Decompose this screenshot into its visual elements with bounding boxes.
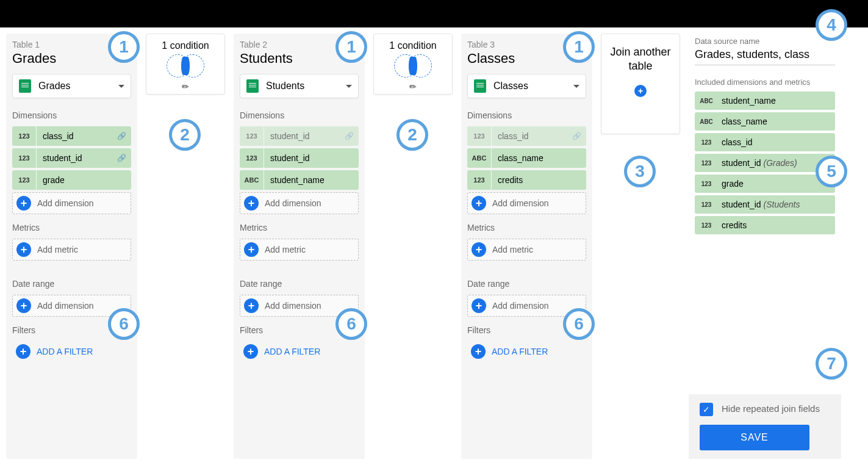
callout-1a: 1 <box>108 31 140 63</box>
dimension-chip[interactable]: 123 class_id 🔗 <box>12 126 131 146</box>
chip-name: student_id <box>264 153 359 163</box>
plus-icon: + <box>472 242 486 257</box>
venn-icon <box>164 54 207 79</box>
type-badge-123: 123 <box>12 170 37 190</box>
chip-name: student_id <box>37 153 117 163</box>
add-filter-label: ADD A FILTER <box>264 347 320 356</box>
hide-repeated-row[interactable]: ✓ Hide repeated join fields <box>700 403 830 416</box>
type-badge-abc: ABC <box>240 170 264 190</box>
add-dim-label: Add dimension <box>492 301 549 311</box>
field-chip[interactable]: 123 student_id (Grades) <box>695 154 835 172</box>
sheets-icon <box>474 79 486 93</box>
join-column-12: 1 condition ✏ 2 <box>146 34 225 459</box>
source-dropdown-1[interactable]: Grades <box>12 74 131 98</box>
sheets-icon <box>19 79 31 93</box>
type-badge-123: 123 <box>240 126 264 146</box>
chip-name: student_id <box>264 131 345 141</box>
join-another-card[interactable]: Join another table + <box>601 34 680 134</box>
table-card-3: 1 Table 3 Classes Classes Dimensions 123… <box>461 34 592 459</box>
dimension-chip[interactable]: 123 student_id 🔗 <box>240 126 359 146</box>
dimension-chip[interactable]: 123 student_id <box>240 148 359 168</box>
dimension-chip[interactable]: 123 student_id 🔗 <box>12 148 131 168</box>
dimension-chip[interactable]: 123 class_id 🔗 <box>467 126 586 146</box>
callout-2a: 2 <box>169 119 201 151</box>
type-badge-123: 123 <box>467 126 492 146</box>
type-badge: 123 <box>695 133 718 151</box>
add-dimension-btn-3[interactable]: + Add dimension <box>467 192 586 214</box>
join-condition-text: 1 condition <box>149 40 221 51</box>
add-metric-btn-2[interactable]: + Add metric <box>240 239 359 261</box>
plus-icon: + <box>16 344 30 359</box>
included-fields-label: Included dimensions and metrics <box>695 78 835 87</box>
plus-icon: + <box>634 85 647 97</box>
blend-config-container: 1 Table 1 Grades Grades Dimensions 123 c… <box>0 27 868 465</box>
field-chip[interactable]: ABC student_name <box>695 92 835 110</box>
field-chip[interactable]: ABC class_name <box>695 112 835 131</box>
dimension-chip[interactable]: 123 grade <box>12 170 131 190</box>
chevron-down-icon <box>573 85 579 88</box>
field-chip[interactable]: 123 student_id (Students <box>695 195 835 214</box>
dimension-chip[interactable]: ABC class_name <box>467 148 586 168</box>
chip-name: student_id (Students <box>718 200 800 209</box>
add-metric-label: Add metric <box>37 245 78 254</box>
pencil-icon: ✏ <box>149 82 221 92</box>
date-range-label-1: Date range <box>12 279 131 289</box>
field-chip[interactable]: 123 credits <box>695 216 835 234</box>
callout-4: 4 <box>816 9 847 41</box>
join-config-12[interactable]: 1 condition ✏ <box>146 34 225 95</box>
plus-icon: + <box>16 298 31 313</box>
add-dim-label: Add dimension <box>265 301 321 311</box>
dimensions-label-2: Dimensions <box>240 110 359 120</box>
plus-icon: + <box>244 298 259 313</box>
plus-icon: + <box>16 196 31 211</box>
add-dimension-btn-2[interactable]: + Add dimension <box>240 192 359 214</box>
dimension-chip[interactable]: ABC student_name <box>240 170 359 190</box>
metrics-label-1: Metrics <box>12 223 131 232</box>
join-config-23[interactable]: 1 condition ✏ <box>373 34 453 95</box>
save-button[interactable]: SAVE <box>700 425 809 450</box>
callout-6b: 6 <box>335 308 367 340</box>
add-metric-label: Add metric <box>265 245 306 254</box>
callout-3: 3 <box>624 156 656 187</box>
field-chip[interactable]: 123 class_id <box>695 133 835 151</box>
add-metric-btn-1[interactable]: + Add metric <box>12 239 131 261</box>
source-name-2: Students <box>266 81 346 92</box>
type-badge-abc: ABC <box>467 148 492 168</box>
checkbox-checked-icon[interactable]: ✓ <box>700 403 713 416</box>
callout-6c: 6 <box>563 308 595 340</box>
callout-7: 7 <box>816 348 847 380</box>
venn-icon <box>392 54 434 79</box>
add-dimension-btn-1[interactable]: + Add dimension <box>12 192 131 214</box>
type-badge-123: 123 <box>12 126 37 146</box>
field-chip[interactable]: 123 grade <box>695 175 835 193</box>
chevron-down-icon <box>118 85 124 88</box>
type-badge: ABC <box>695 92 718 110</box>
add-dim-label: Add dimension <box>37 198 94 208</box>
join-another-text: Join another table <box>608 45 673 74</box>
type-badge: 123 <box>695 216 718 234</box>
plus-icon: + <box>244 196 259 211</box>
sheets-icon <box>246 79 259 93</box>
add-dim-label: Add dimension <box>265 198 321 208</box>
date-range-label-3: Date range <box>467 279 586 289</box>
chip-name: student_name <box>264 175 359 185</box>
chip-name: class_name <box>718 117 767 126</box>
chip-name: student_id (Grades) <box>718 158 797 168</box>
chip-name: credits <box>492 175 586 185</box>
table-card-1: 1 Table 1 Grades Grades Dimensions 123 c… <box>6 34 137 459</box>
source-dropdown-2[interactable]: Students <box>240 74 359 98</box>
date-range-label-2: Date range <box>240 279 359 289</box>
data-source-name[interactable]: Grades, students, class <box>695 48 835 65</box>
add-metric-label: Add metric <box>492 245 533 254</box>
add-filter-btn-1[interactable]: + ADD A FILTER <box>12 341 131 362</box>
dimensions-label-1: Dimensions <box>12 110 131 120</box>
link-icon: 🔗 <box>572 132 581 140</box>
add-metric-btn-3[interactable]: + Add metric <box>467 239 586 261</box>
source-dropdown-3[interactable]: Classes <box>467 74 586 98</box>
callout-2b: 2 <box>396 119 428 151</box>
add-filter-btn-3[interactable]: + ADD A FILTER <box>467 341 586 362</box>
dimension-chip[interactable]: 123 credits <box>467 170 586 190</box>
bottom-save-panel: ✓ Hide repeated join fields SAVE <box>689 394 841 459</box>
callout-1b: 1 <box>335 31 367 63</box>
add-filter-btn-2[interactable]: + ADD A FILTER <box>240 341 359 362</box>
